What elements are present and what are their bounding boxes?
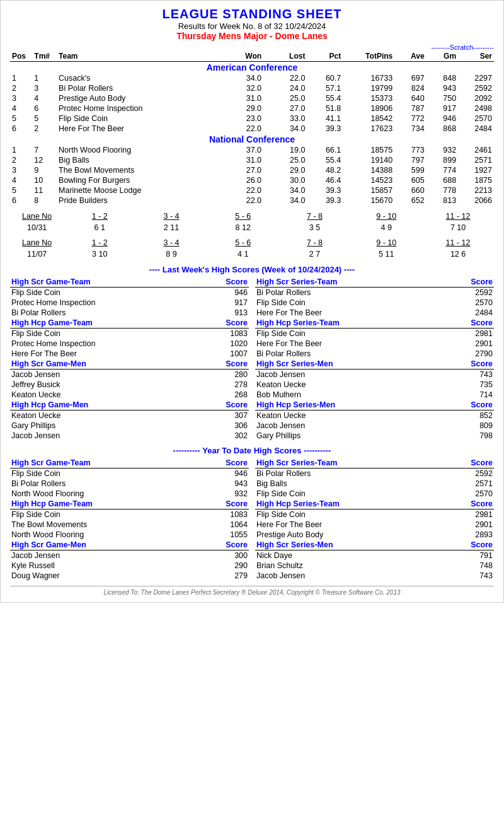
american-conference-header: American Conference: [10, 62, 494, 74]
lw-high-scr-series-team: High Scr Series-Team Score Bi Polar Roll…: [255, 277, 494, 318]
ytd-hhs-team-header: High Hcp Series-Team Score: [255, 499, 494, 509]
lane-col-1112-2: 11 - 12: [422, 237, 494, 248]
list-item: Kyle Russell290: [10, 561, 249, 571]
list-item: North Wood Flooring932: [10, 489, 249, 499]
list-item: Flip Side Coin946: [10, 469, 249, 479]
lane-col-34-2: 3 - 4: [135, 237, 207, 248]
list-item: Gary Phillips798: [255, 431, 494, 441]
lane-section: Lane No 1 - 2 3 - 4 5 - 6 7 - 8 9 - 10 1…: [10, 211, 494, 260]
lw-high-hcp-series-men: High Hcp Series-Men Score Keaton Uecke85…: [255, 400, 494, 441]
lw-hhs-team-header: High Hcp Series-Team Score: [255, 318, 494, 329]
ytd-high-hcp-game-team: High Hcp Game-Team Score Flip Side Coin1…: [10, 499, 249, 540]
lane-no-label-2: Lane No: [10, 237, 64, 248]
lane-val-34-1031: 2 11: [135, 222, 207, 233]
lane-val-78-1107: 2 7: [279, 248, 351, 260]
lane-val-12-1031: 6 1: [64, 222, 135, 233]
lane-col-56: 5 - 6: [207, 211, 279, 222]
table-row: 4 6 Protec Home Inspection 29.0 27.0 51.…: [10, 103, 494, 114]
ytd-high-hcp-series-team: High Hcp Series-Team Score Flip Side Coi…: [255, 499, 494, 540]
list-item: Brian Schultz748: [255, 561, 494, 571]
lw-hss-team-header: High Scr Series-Team Score: [255, 277, 494, 288]
list-item: Nick Daye791: [255, 550, 494, 561]
col-team: Team: [57, 51, 215, 62]
table-row: 3 9 The Bowl Movements 27.0 29.0 48.2 14…: [10, 165, 494, 175]
page-container: LEAGUE STANDING SHEET Results for Week N…: [0, 0, 504, 603]
lane-data-row-1107: 11/07 3 10 8 9 4 1 2 7 5 11 12 6: [10, 248, 494, 260]
table-row: 5 5 Flip Side Coin 23.0 33.0 41.1 18542 …: [10, 114, 494, 124]
header: LEAGUE STANDING SHEET Results for Week N…: [10, 7, 494, 41]
lw-hhs-men-header: High Hcp Series-Men Score: [255, 400, 494, 410]
table-row: 5 11 Marinette Moose Lodge 22.0 34.0 39.…: [10, 185, 494, 195]
lane-col-12: 1 - 2: [64, 211, 135, 222]
lane-header-row-1031: Lane No 1 - 2 3 - 4 5 - 6 7 - 8 9 - 10 1…: [10, 211, 494, 222]
list-item: Keaton Uecke735: [255, 380, 494, 390]
lw-hsg-men-header: High Scr Game-Men Score: [10, 359, 249, 370]
lane-table-1031: Lane No 1 - 2 3 - 4 5 - 6 7 - 8 9 - 10 1…: [10, 211, 494, 233]
ytd-high-scr-game-team: High Scr Game-Team Score Flip Side Coin9…: [10, 458, 249, 499]
lane-col-1112: 11 - 12: [422, 211, 494, 222]
col-pct: Pct: [307, 51, 343, 62]
lw-high-scr-game-men: High Scr Game-Men Score Jacob Jensen280 …: [10, 359, 249, 400]
list-item: The Bowl Movements1064: [10, 520, 249, 530]
table-row: 6 8 Pride Builders 22.0 34.0 39.3 15670 …: [10, 195, 494, 206]
lw-high-hcp-series-team: High Hcp Series-Team Score Flip Side Coi…: [255, 318, 494, 359]
list-item: Big Balls2571: [255, 479, 494, 489]
lane-col-56-2: 5 - 6: [207, 237, 279, 248]
lane-date-1107: 11/07: [10, 248, 64, 260]
table-row: 6 2 Here For The Beer 22.0 34.0 39.3 176…: [10, 124, 494, 134]
table-row: 1 7 North Wood Flooring 37.0 19.0 66.1 1…: [10, 145, 494, 155]
ytd-hss-team-header: High Scr Series-Team Score: [255, 458, 494, 469]
list-item: Here For The Beer2901: [255, 520, 494, 530]
list-item: Bob Mulhern714: [255, 390, 494, 400]
table-row: 1 1 Cusack's 34.0 22.0 60.7 16733 697 84…: [10, 73, 494, 83]
lane-no-label: Lane No: [10, 211, 64, 222]
ytd-scores-grid: High Scr Game-Team Score Flip Side Coin9…: [10, 458, 494, 581]
scratch-header: --------Scratch---------: [10, 44, 494, 51]
standings-table: Pos Tm# Team Won Lost Pct TotPins Ave Gm…: [10, 51, 494, 206]
lw-hsg-team-header: High Scr Game-Team Score: [10, 277, 249, 288]
lw-high-scr-series-men: High Scr Series-Men Score Jacob Jensen74…: [255, 359, 494, 400]
lane-col-78-2: 7 - 8: [279, 237, 351, 248]
list-item: Jacob Jensen280: [10, 370, 249, 380]
col-tm: Tm#: [32, 51, 57, 62]
list-item: Bi Polar Rollers913: [10, 308, 249, 318]
lane-val-56-1031: 8 12: [207, 222, 279, 233]
list-item: Protec Home Inspection1020: [10, 339, 249, 349]
national-conference-label: National Conference: [10, 134, 494, 145]
lane-table-1107: Lane No 1 - 2 3 - 4 5 - 6 7 - 8 9 - 10 1…: [10, 237, 494, 260]
list-item: Flip Side Coin1083: [10, 329, 249, 339]
lane-col-910: 9 - 10: [350, 211, 422, 222]
ytd-hss-men-header: High Scr Series-Men Score: [255, 540, 494, 550]
lane-col-34: 3 - 4: [135, 211, 207, 222]
list-item: Doug Wagner279: [10, 571, 249, 581]
list-item: Bi Polar Rollers2790: [255, 349, 494, 359]
list-item: Jacob Jensen302: [10, 431, 249, 441]
list-item: Here For The Beer1007: [10, 349, 249, 359]
list-item: Jacob Jensen743: [255, 370, 494, 380]
lw-hhg-men-header: High Hcp Game-Men Score: [10, 400, 249, 410]
lane-val-910-1107: 5 11: [350, 248, 422, 260]
ytd-high-scr-game-men: High Scr Game-Men Score Jacob Jensen300 …: [10, 540, 249, 581]
col-totpins: TotPins: [343, 51, 394, 62]
list-item: North Wood Flooring1055: [10, 530, 249, 540]
list-item: Jeffrey Busick278: [10, 380, 249, 390]
list-item: Jacob Jensen743: [255, 571, 494, 581]
col-won: Won: [215, 51, 263, 62]
col-pos: Pos: [10, 51, 32, 62]
lw-hhg-team-header: High Hcp Game-Team Score: [10, 318, 249, 329]
lane-val-12-1107: 3 10: [64, 248, 135, 260]
col-ser: Ser: [458, 51, 494, 62]
list-item: Flip Side Coin1083: [10, 509, 249, 520]
page-title: LEAGUE STANDING SHEET: [10, 7, 494, 21]
lane-val-1112-1107: 12 6: [422, 248, 494, 260]
col-ave: Ave: [394, 51, 426, 62]
lane-val-56-1107: 4 1: [207, 248, 279, 260]
col-gm: Gm: [427, 51, 458, 62]
lane-col-910-2: 9 - 10: [350, 237, 422, 248]
table-row: 2 3 Bi Polar Rollers 32.0 24.0 57.1 1979…: [10, 83, 494, 93]
list-item: Flip Side Coin2981: [255, 329, 494, 339]
list-item: Prestige Auto Body2893: [255, 530, 494, 540]
list-item: Bi Polar Rollers2592: [255, 469, 494, 479]
list-item: Bi Polar Rollers943: [10, 479, 249, 489]
ytd-high-scr-series-team: High Scr Series-Team Score Bi Polar Roll…: [255, 458, 494, 499]
